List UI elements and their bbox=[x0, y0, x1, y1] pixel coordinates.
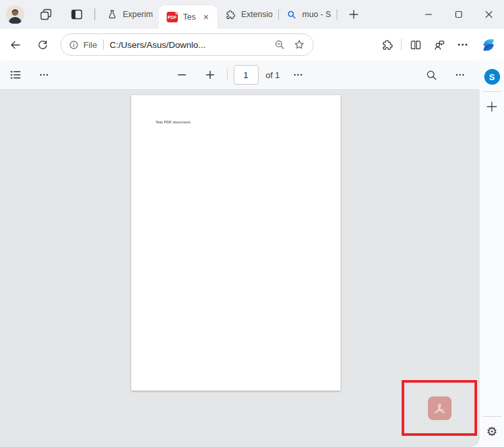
maximize-button[interactable] bbox=[444, 0, 474, 29]
browser-window: Experim PDF Tes ✕ Extensio muo - S bbox=[0, 0, 504, 447]
page-options-button[interactable] bbox=[287, 64, 309, 86]
address-bar-actions bbox=[375, 33, 499, 56]
zoom-out-icon bbox=[274, 39, 285, 51]
protocol-label: File bbox=[83, 40, 97, 50]
tab-label: Experim bbox=[123, 10, 153, 19]
toolbar-more-right-button[interactable] bbox=[449, 64, 471, 86]
new-tab-button[interactable] bbox=[343, 3, 365, 26]
workspaces-icon bbox=[39, 8, 52, 21]
plus-icon bbox=[205, 70, 215, 80]
sidebar-divider bbox=[483, 91, 501, 92]
back-arrow-icon bbox=[9, 39, 22, 51]
pdf-toolbar: 1 of 1 bbox=[0, 60, 480, 90]
close-window-button[interactable] bbox=[474, 0, 504, 29]
search-document-button[interactable] bbox=[420, 64, 442, 86]
pill-divider bbox=[103, 39, 104, 50]
tab-label: Extensio bbox=[242, 10, 273, 19]
extensions-button[interactable] bbox=[375, 33, 399, 56]
copilot-button[interactable] bbox=[477, 33, 499, 56]
copilot-icon bbox=[480, 37, 497, 53]
page-number-input[interactable]: 1 bbox=[234, 65, 259, 85]
back-button[interactable] bbox=[3, 32, 28, 57]
search-icon bbox=[425, 69, 438, 81]
actions-divider bbox=[401, 39, 402, 51]
ellipsis-icon bbox=[457, 39, 469, 51]
info-icon bbox=[69, 40, 79, 50]
pdf-viewer: 1 of 1 bbox=[0, 60, 480, 447]
flask-icon bbox=[107, 9, 117, 20]
main-area: 1 of 1 bbox=[0, 60, 504, 447]
person-chat-icon bbox=[433, 39, 446, 51]
extensions-puzzle-icon bbox=[381, 39, 394, 51]
tab-label: Tes bbox=[183, 12, 196, 22]
zoom-out-page-button[interactable] bbox=[171, 64, 193, 86]
refresh-icon bbox=[37, 39, 49, 51]
table-of-contents-button[interactable] bbox=[5, 64, 27, 86]
tab-label: muo - S bbox=[302, 10, 331, 19]
tab-experiments[interactable]: Experim bbox=[99, 3, 159, 26]
tab-strip: Experim PDF Tes ✕ Extensio muo - S bbox=[0, 0, 504, 29]
pdf-body-text: Test PDF document. bbox=[156, 120, 191, 124]
profile-avatar[interactable] bbox=[4, 3, 26, 26]
minus-icon bbox=[177, 70, 187, 80]
annotation-highlight-box bbox=[402, 380, 477, 436]
search-tab-icon bbox=[287, 10, 297, 20]
star-icon bbox=[293, 39, 305, 51]
browser-essentials-button[interactable] bbox=[427, 33, 451, 56]
close-icon bbox=[485, 11, 493, 18]
address-bar[interactable]: File C:/Users/Asus/Downlo... bbox=[60, 33, 314, 56]
tab-extensions[interactable]: Extensio bbox=[217, 3, 279, 26]
tab-close-icon[interactable]: ✕ bbox=[201, 12, 211, 22]
settings-more-button[interactable] bbox=[451, 33, 474, 56]
zoom-in-page-button[interactable] bbox=[199, 64, 221, 86]
tab-divider bbox=[337, 9, 337, 20]
add-sidebar-app-button[interactable] bbox=[483, 97, 501, 116]
vertical-tabs-icon bbox=[70, 8, 83, 21]
page-count-label: of 1 bbox=[266, 70, 280, 80]
minimize-icon bbox=[425, 11, 432, 18]
split-screen-icon bbox=[410, 39, 422, 51]
window-controls bbox=[413, 0, 504, 29]
toolbar-divider bbox=[227, 69, 228, 81]
sidebar-settings-button[interactable]: ⚙ bbox=[483, 422, 501, 440]
tab-test-pdf-active[interactable]: PDF Tes ✕ bbox=[159, 5, 217, 29]
refresh-button[interactable] bbox=[30, 32, 55, 57]
toolbar-more-left-button[interactable] bbox=[33, 64, 55, 86]
gear-icon: ⚙ bbox=[486, 425, 497, 438]
pdf-page: Test PDF document. bbox=[131, 95, 341, 391]
ellipsis-icon bbox=[293, 70, 303, 80]
skype-icon: S bbox=[484, 69, 500, 85]
pdf-content-area: Test PDF document. bbox=[0, 90, 480, 447]
pdf-file-icon: PDF bbox=[167, 12, 178, 22]
zoom-out-button[interactable] bbox=[270, 35, 289, 54]
skype-sidebar-button[interactable]: S bbox=[483, 68, 501, 86]
ellipsis-icon bbox=[455, 70, 465, 80]
tab-strip-divider bbox=[94, 9, 95, 20]
table-of-contents-icon bbox=[9, 68, 22, 81]
favorites-star-button[interactable] bbox=[289, 35, 309, 54]
site-info[interactable]: File bbox=[69, 40, 97, 50]
vertical-tabs-button[interactable] bbox=[66, 3, 88, 26]
maximize-icon bbox=[455, 11, 463, 18]
plus-icon bbox=[486, 101, 497, 112]
split-screen-button[interactable] bbox=[404, 33, 427, 56]
address-bar-row: File C:/Users/Asus/Downlo... bbox=[0, 29, 504, 60]
url-text[interactable]: C:/Users/Asus/Downlo... bbox=[110, 40, 205, 50]
ellipsis-icon bbox=[39, 70, 49, 80]
edge-sidebar: S ⚙ bbox=[480, 60, 504, 447]
sidebar-divider-bottom bbox=[483, 416, 501, 417]
tab-search-muo[interactable]: muo - S bbox=[279, 3, 337, 26]
avatar-icon bbox=[6, 5, 24, 24]
plus-icon bbox=[348, 9, 359, 20]
minimize-button[interactable] bbox=[413, 0, 444, 29]
puzzle-icon bbox=[225, 9, 236, 20]
workspaces-button[interactable] bbox=[35, 3, 57, 26]
